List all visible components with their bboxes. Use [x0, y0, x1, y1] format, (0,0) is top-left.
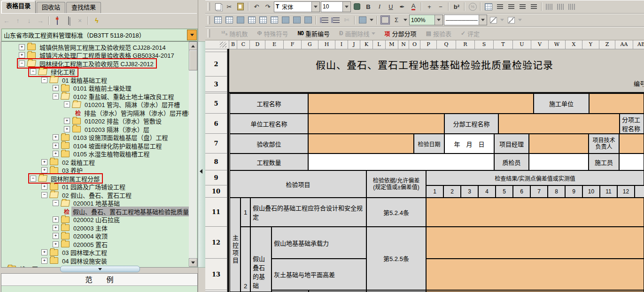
sum-icon[interactable]: Σ: [391, 15, 402, 25]
branch-cell-icon[interactable]: [269, 15, 279, 25]
standard-selector-dropdown-button[interactable]: [187, 30, 197, 40]
column-header-M[interactable]: M: [386, 40, 398, 49]
superscript-icon[interactable]: b²: [451, 2, 462, 11]
tab-表格目录[interactable]: 表格目录: [1, 0, 36, 13]
standard-selector[interactable]: 山东省市政工程资料管理标准（DB3TT 5118-2018）: [1, 29, 198, 41]
increase-size-icon[interactable]: +: [424, 2, 435, 11]
merge-cell-icon[interactable]: [258, 15, 268, 25]
column-header-B[interactable]: B: [229, 40, 237, 49]
expand-icon[interactable]: +: [53, 151, 59, 157]
column-header-AB[interactable]: AB: [633, 40, 644, 49]
row-header-9[interactable]: 9: [205, 170, 227, 185]
expand-icon[interactable]: +: [19, 52, 25, 58]
scroll-up-button[interactable]: [189, 42, 197, 50]
filter-icon[interactable]: ϟ: [92, 16, 101, 25]
rotate-cells-icon[interactable]: [292, 15, 302, 25]
pattern-fill-icon[interactable]: [357, 15, 368, 25]
cell-input[interactable]: [308, 154, 494, 170]
column-header-Z[interactable]: Z: [599, 40, 615, 49]
collapse-icon[interactable]: −: [41, 192, 47, 198]
cell-input[interactable]: [308, 134, 414, 154]
expand-icon[interactable]: +: [53, 134, 59, 140]
font-combo[interactable]: T宋体: [274, 1, 320, 12]
column-header-L[interactable]: L: [373, 40, 386, 49]
result-col-12[interactable]: 12: [617, 185, 635, 198]
align-center-icon[interactable]: [506, 2, 516, 11]
redo-icon[interactable]: ↷: [263, 2, 273, 11]
cell-input[interactable]: [619, 154, 644, 170]
collapse-icon[interactable]: −: [41, 77, 47, 83]
split-cell-icon[interactable]: [247, 15, 257, 25]
table-fill-icon[interactable]: [235, 15, 246, 25]
row-header-10[interactable]: 10: [205, 185, 227, 198]
column-header-E[interactable]: E: [265, 40, 284, 49]
column-header-AA[interactable]: AA: [615, 40, 633, 49]
delete-cell-icon[interactable]: [224, 15, 234, 25]
result-col-3[interactable]: 3: [461, 185, 478, 198]
row-header-8[interactable]: 8: [205, 154, 227, 170]
cell-properties-icon[interactable]: [483, 2, 494, 11]
cell-input[interactable]: [308, 114, 444, 134]
dropdown-arrow-icon[interactable]: [403, 19, 408, 21]
font-size-combo[interactable]: 10: [321, 1, 351, 12]
result-col-9[interactable]: 9: [565, 185, 582, 198]
bold-icon[interactable]: B: [363, 2, 373, 11]
expand-icon[interactable]: +: [53, 85, 59, 91]
combo-dropdown-button[interactable]: [342, 2, 350, 12]
expand-icon[interactable]: +: [19, 44, 25, 50]
new-table-icon[interactable]: [53, 16, 62, 25]
column-header-K[interactable]: K: [360, 40, 373, 49]
row-spacing-decrease-icon[interactable]: [330, 15, 341, 25]
column-header-X[interactable]: X: [566, 40, 582, 49]
underline-icon[interactable]: U: [386, 2, 396, 11]
tab-回收站[interactable]: 回收站: [37, 2, 65, 13]
tree-item-label[interactable]: 04 园林设施安装: [61, 256, 109, 266]
column-header-I[interactable]: I: [335, 40, 348, 49]
result-col-10[interactable]: 10: [582, 185, 600, 198]
tree-item[interactable]: 竣工图: [7, 265, 40, 268]
toolbar-grip[interactable]: [208, 16, 210, 24]
collapse-icon[interactable]: −: [64, 101, 70, 108]
expand-icon[interactable]: +: [53, 216, 59, 223]
expand-icon[interactable]: +: [41, 249, 47, 255]
insert-frame-icon[interactable]: [380, 15, 390, 25]
column-header-S[interactable]: S: [475, 40, 494, 49]
font-color-icon[interactable]: A: [408, 2, 419, 11]
scroll-down-button[interactable]: [189, 258, 197, 267]
column-header-Q[interactable]: Q: [437, 40, 456, 49]
cell-input[interactable]: [529, 134, 589, 154]
row-header-5[interactable]: 5: [205, 93, 227, 114]
align-right-icon[interactable]: [517, 2, 528, 11]
panel-collapse-handle[interactable]: [60, 266, 140, 272]
undo-icon[interactable]: ↶: [251, 2, 262, 11]
cell-date_placeholder[interactable]: 年 月 日: [444, 134, 494, 154]
zoom-combo[interactable]: 100%: [409, 15, 443, 25]
row-header-11[interactable]: 11: [205, 198, 227, 227]
column-header-C[interactable]: C: [237, 40, 250, 49]
result-col-5[interactable]: 5: [496, 185, 513, 198]
expand-icon[interactable]: +: [41, 184, 47, 190]
expand-icon[interactable]: +: [53, 241, 59, 247]
expand-icon[interactable]: +: [41, 159, 47, 165]
row-header-3[interactable]: 3: [205, 77, 227, 92]
result-col-2[interactable]: 2: [443, 185, 461, 198]
column-header-H[interactable]: H: [318, 40, 335, 49]
shift-cells-icon[interactable]: [280, 15, 291, 25]
expand-icon[interactable]: +: [64, 118, 70, 124]
collapse-icon[interactable]: −: [19, 61, 25, 67]
copy-icon[interactable]: [213, 2, 223, 11]
expand-icon[interactable]: +: [41, 167, 47, 173]
result-col-1[interactable]: 1: [426, 185, 443, 198]
column-header-U[interactable]: U: [513, 40, 531, 49]
combo-dropdown-button[interactable]: [479, 15, 487, 25]
toolbar-grip[interactable]: [208, 29, 210, 38]
cell-input[interactable]: [426, 227, 644, 259]
tree-vertical-scrollbar[interactable]: [189, 42, 196, 266]
expand-icon[interactable]: +: [53, 225, 59, 231]
column-header-O[interactable]: O: [409, 40, 420, 49]
expand-icon[interactable]: +: [41, 258, 47, 264]
row-header-14[interactable]: [205, 290, 227, 292]
result-col-6[interactable]: 6: [513, 185, 530, 198]
cell-input[interactable]: [426, 198, 644, 227]
collapse-icon[interactable]: −: [30, 69, 36, 75]
